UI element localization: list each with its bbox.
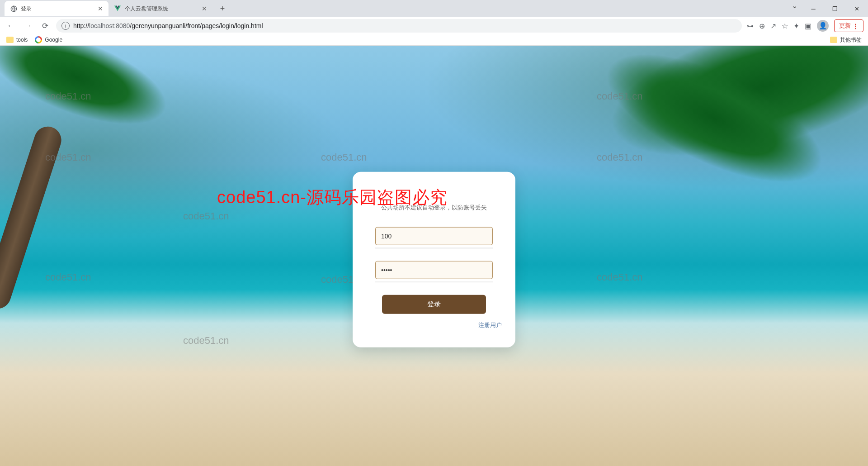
update-label: 更新: [839, 22, 851, 30]
globe-icon: [10, 5, 17, 12]
close-icon[interactable]: ✕: [98, 5, 103, 12]
profile-avatar[interactable]: 👤: [817, 20, 829, 32]
password-field-wrap: [375, 261, 493, 282]
sidepanel-icon[interactable]: ▣: [805, 22, 811, 30]
browser-chrome: 登录 ✕ 个人云盘管理系统 ✕ + ⌄ ─ ❐ ✕ ← → ⟳ i http:/…: [0, 0, 868, 46]
close-window-button[interactable]: ✕: [846, 1, 867, 16]
vue-icon: [114, 5, 121, 12]
tab-title: 登录: [21, 5, 32, 13]
back-button[interactable]: ←: [5, 19, 17, 32]
register-link-wrap: 注册用户: [366, 321, 502, 329]
toolbar-right: ⊶ ⊕ ↗ ☆ ✦ ▣ 👤 更新 ⋮: [746, 19, 863, 32]
chevron-down-icon[interactable]: ⌄: [792, 1, 797, 16]
forward-button[interactable]: →: [22, 19, 34, 32]
extensions-icon[interactable]: ✦: [793, 22, 799, 30]
zoom-icon[interactable]: ⊕: [759, 22, 765, 30]
tab-login[interactable]: 登录 ✕: [5, 1, 108, 16]
folder-icon: [6, 37, 14, 43]
bookmark-tools[interactable]: tools: [6, 37, 28, 43]
close-icon[interactable]: ✕: [202, 5, 207, 12]
folder-icon: [830, 37, 837, 43]
bookmark-label: tools: [16, 37, 28, 43]
tab-bar: 登录 ✕ 个人云盘管理系统 ✕ + ⌄ ─ ❐ ✕: [0, 0, 868, 17]
maximize-button[interactable]: ❐: [825, 1, 845, 16]
tab-cloud-system[interactable]: 个人云盘管理系统 ✕: [108, 1, 212, 16]
site-info-icon[interactable]: i: [61, 22, 70, 30]
minimize-button[interactable]: ─: [803, 1, 824, 16]
update-button[interactable]: 更新 ⋮: [834, 19, 863, 32]
login-hint: 公共场所不建议自动登录，以防账号丢失: [366, 203, 502, 211]
password-input[interactable]: [375, 261, 493, 279]
tab-title: 个人云盘管理系统: [125, 5, 168, 13]
window-controls: ⌄ ─ ❐ ✕: [792, 1, 868, 16]
page-content: code51.cncode51.cncode51.cncode51.cncode…: [0, 46, 868, 466]
other-bookmarks[interactable]: 其他书签: [830, 36, 862, 44]
username-input[interactable]: [375, 227, 493, 245]
bookmark-star-icon[interactable]: ☆: [782, 22, 788, 30]
key-icon[interactable]: ⊶: [746, 22, 754, 30]
other-bookmarks-label: 其他书签: [840, 36, 862, 44]
reload-button[interactable]: ⟳: [39, 19, 52, 32]
username-field-wrap: [375, 227, 493, 248]
new-tab-button[interactable]: +: [216, 2, 229, 15]
menu-dots-icon: ⋮: [853, 23, 859, 29]
bookmark-google[interactable]: Google: [35, 36, 62, 43]
url-text: http://localhost:8080/gerenyunpanguanli/…: [73, 22, 736, 29]
bookmarks-bar: tools Google 其他书签: [0, 34, 868, 46]
nav-bar: ← → ⟳ i http://localhost:8080/gerenyunpa…: [0, 17, 868, 34]
register-link[interactable]: 注册用户: [478, 321, 502, 328]
login-card: 公共场所不建议自动登录，以防账号丢失 登录 注册用户: [353, 171, 515, 347]
address-bar[interactable]: i http://localhost:8080/gerenyunpanguanl…: [56, 19, 742, 33]
login-button[interactable]: 登录: [382, 295, 486, 314]
bookmark-label: Google: [45, 37, 62, 43]
share-icon[interactable]: ↗: [770, 22, 776, 30]
google-icon: [35, 36, 42, 43]
